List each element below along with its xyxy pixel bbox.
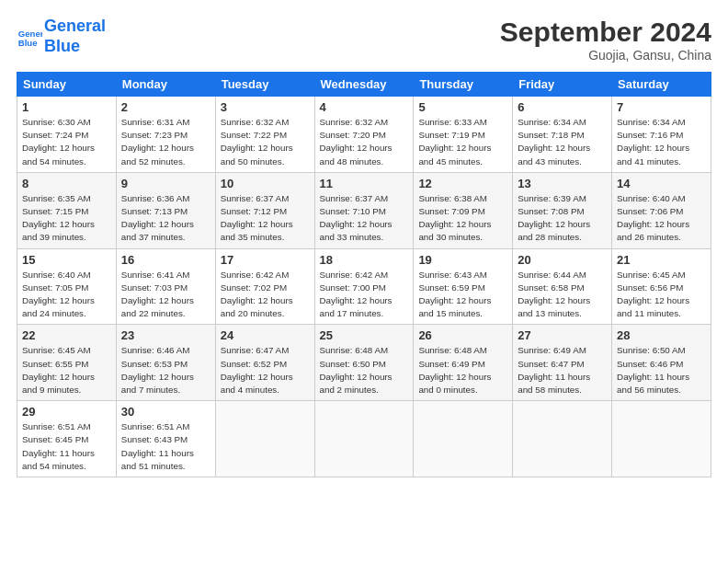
day-info: Sunrise: 6:37 AMSunset: 7:12 PMDaylight:… — [221, 192, 310, 245]
day-info: Sunrise: 6:40 AMSunset: 7:05 PMDaylight:… — [22, 269, 111, 321]
day-number: 7 — [617, 100, 706, 114]
calendar-row: 15 Sunrise: 6:40 AMSunset: 7:05 PMDaylig… — [17, 248, 711, 325]
calendar-cell: 23 Sunrise: 6:46 AMSunset: 6:53 PMDaylig… — [116, 325, 215, 401]
day-info: Sunrise: 6:40 AMSunset: 7:06 PMDaylight:… — [617, 192, 706, 245]
svg-text:Blue: Blue — [18, 37, 38, 47]
calendar-cell: 28 Sunrise: 6:50 AMSunset: 6:46 PMDaylig… — [612, 325, 711, 401]
day-number: 12 — [418, 177, 507, 190]
day-info: Sunrise: 6:37 AMSunset: 7:10 PMDaylight:… — [320, 192, 409, 245]
day-number: 18 — [320, 253, 409, 267]
col-monday: Monday — [116, 73, 215, 97]
day-info: Sunrise: 6:47 AMSunset: 6:52 PMDaylight:… — [221, 344, 310, 396]
day-info: Sunrise: 6:33 AMSunset: 7:19 PMDaylight:… — [418, 116, 507, 168]
calendar-cell: 3 Sunrise: 6:32 AMSunset: 7:22 PMDayligh… — [215, 97, 314, 173]
logo-icon: General Blue — [17, 24, 42, 50]
calendar-cell: 4 Sunrise: 6:32 AMSunset: 7:20 PMDayligh… — [314, 97, 414, 173]
day-info: Sunrise: 6:43 AMSunset: 6:59 PMDaylight:… — [418, 269, 507, 321]
calendar-cell: 2 Sunrise: 6:31 AMSunset: 7:23 PMDayligh… — [116, 97, 215, 173]
title-block: September 2024 Guojia, Gansu, China — [500, 17, 711, 63]
calendar-cell — [513, 401, 612, 477]
calendar-cell: 10 Sunrise: 6:37 AMSunset: 7:12 PMDaylig… — [215, 172, 314, 248]
calendar-cell: 5 Sunrise: 6:33 AMSunset: 7:19 PMDayligh… — [414, 97, 513, 173]
day-number: 16 — [121, 253, 210, 267]
calendar-cell: 27 Sunrise: 6:49 AMSunset: 6:47 PMDaylig… — [513, 325, 612, 401]
day-number: 4 — [320, 100, 409, 114]
day-info: Sunrise: 6:30 AMSunset: 7:24 PMDaylight:… — [22, 116, 111, 168]
day-info: Sunrise: 6:31 AMSunset: 7:23 PMDaylight:… — [121, 116, 210, 168]
calendar-cell: 29 Sunrise: 6:51 AMSunset: 6:45 PMDaylig… — [17, 401, 117, 477]
day-number: 29 — [22, 405, 111, 419]
calendar-cell: 17 Sunrise: 6:42 AMSunset: 7:02 PMDaylig… — [215, 248, 314, 325]
day-number: 2 — [121, 100, 210, 114]
calendar-cell: 1 Sunrise: 6:30 AMSunset: 7:24 PMDayligh… — [17, 97, 117, 173]
day-info: Sunrise: 6:46 AMSunset: 6:53 PMDaylight:… — [121, 344, 210, 396]
calendar-cell: 18 Sunrise: 6:42 AMSunset: 7:00 PMDaylig… — [314, 248, 414, 325]
calendar-cell: 9 Sunrise: 6:36 AMSunset: 7:13 PMDayligh… — [116, 172, 215, 248]
calendar-table: Sunday Monday Tuesday Wednesday Thursday… — [17, 72, 711, 477]
calendar-row: 22 Sunrise: 6:45 AMSunset: 6:55 PMDaylig… — [17, 325, 711, 401]
calendar-cell: 20 Sunrise: 6:44 AMSunset: 6:58 PMDaylig… — [513, 248, 612, 325]
day-number: 26 — [418, 328, 507, 342]
day-number: 21 — [617, 253, 706, 267]
day-info: Sunrise: 6:34 AMSunset: 7:18 PMDaylight:… — [518, 116, 607, 168]
day-number: 13 — [518, 177, 607, 190]
day-number: 10 — [221, 177, 310, 190]
calendar-cell: 6 Sunrise: 6:34 AMSunset: 7:18 PMDayligh… — [513, 97, 612, 173]
calendar-cell: 22 Sunrise: 6:45 AMSunset: 6:55 PMDaylig… — [17, 325, 117, 401]
day-number: 5 — [418, 100, 507, 114]
day-info: Sunrise: 6:35 AMSunset: 7:15 PMDaylight:… — [22, 192, 111, 245]
day-number: 11 — [320, 177, 409, 190]
day-number: 3 — [221, 100, 310, 114]
page: General Blue General Blue September 2024… — [0, 0, 728, 563]
calendar-cell: 13 Sunrise: 6:39 AMSunset: 7:08 PMDaylig… — [513, 172, 612, 248]
day-number: 20 — [518, 253, 607, 267]
calendar-row: 29 Sunrise: 6:51 AMSunset: 6:45 PMDaylig… — [17, 401, 711, 477]
location: Guojia, Gansu, China — [500, 48, 711, 63]
day-number: 1 — [22, 100, 111, 114]
day-number: 30 — [121, 405, 210, 419]
calendar-cell: 24 Sunrise: 6:47 AMSunset: 6:52 PMDaylig… — [215, 325, 314, 401]
day-number: 14 — [617, 177, 706, 190]
day-info: Sunrise: 6:51 AMSunset: 6:45 PMDaylight:… — [22, 420, 111, 473]
day-info: Sunrise: 6:36 AMSunset: 7:13 PMDaylight:… — [121, 192, 210, 245]
day-number: 8 — [22, 177, 111, 190]
logo-text: General Blue — [44, 17, 106, 56]
calendar-cell: 15 Sunrise: 6:40 AMSunset: 7:05 PMDaylig… — [17, 248, 117, 325]
day-info: Sunrise: 6:44 AMSunset: 6:58 PMDaylight:… — [518, 269, 607, 321]
calendar-cell: 21 Sunrise: 6:45 AMSunset: 6:56 PMDaylig… — [612, 248, 711, 325]
month-title: September 2024 — [500, 17, 711, 48]
calendar-cell — [612, 401, 711, 477]
day-info: Sunrise: 6:38 AMSunset: 7:09 PMDaylight:… — [418, 192, 507, 245]
calendar-cell — [215, 401, 314, 477]
day-number: 27 — [518, 328, 607, 342]
calendar-cell: 14 Sunrise: 6:40 AMSunset: 7:06 PMDaylig… — [612, 172, 711, 248]
day-number: 9 — [121, 177, 210, 190]
day-number: 6 — [518, 100, 607, 114]
day-info: Sunrise: 6:41 AMSunset: 7:03 PMDaylight:… — [121, 269, 210, 321]
calendar-cell — [314, 401, 414, 477]
day-info: Sunrise: 6:48 AMSunset: 6:50 PMDaylight:… — [320, 344, 409, 396]
day-number: 24 — [221, 328, 310, 342]
day-info: Sunrise: 6:32 AMSunset: 7:22 PMDaylight:… — [221, 116, 310, 168]
logo: General Blue General Blue — [17, 17, 106, 56]
day-number: 19 — [418, 253, 507, 267]
day-info: Sunrise: 6:42 AMSunset: 7:00 PMDaylight:… — [320, 269, 409, 321]
day-info: Sunrise: 6:50 AMSunset: 6:46 PMDaylight:… — [617, 344, 706, 396]
calendar-cell — [414, 401, 513, 477]
day-number: 22 — [22, 328, 111, 342]
day-number: 17 — [221, 253, 310, 267]
calendar-cell: 19 Sunrise: 6:43 AMSunset: 6:59 PMDaylig… — [414, 248, 513, 325]
day-info: Sunrise: 6:49 AMSunset: 6:47 PMDaylight:… — [518, 344, 607, 396]
calendar-cell: 16 Sunrise: 6:41 AMSunset: 7:03 PMDaylig… — [116, 248, 215, 325]
calendar-row: 1 Sunrise: 6:30 AMSunset: 7:24 PMDayligh… — [17, 97, 711, 173]
day-number: 23 — [121, 328, 210, 342]
calendar-row: 8 Sunrise: 6:35 AMSunset: 7:15 PMDayligh… — [17, 172, 711, 248]
day-number: 25 — [320, 328, 409, 342]
day-info: Sunrise: 6:34 AMSunset: 7:16 PMDaylight:… — [617, 116, 706, 168]
calendar-cell: 11 Sunrise: 6:37 AMSunset: 7:10 PMDaylig… — [314, 172, 414, 248]
col-friday: Friday — [513, 73, 612, 97]
day-info: Sunrise: 6:42 AMSunset: 7:02 PMDaylight:… — [221, 269, 310, 321]
calendar-cell: 25 Sunrise: 6:48 AMSunset: 6:50 PMDaylig… — [314, 325, 414, 401]
col-wednesday: Wednesday — [314, 73, 414, 97]
day-info: Sunrise: 6:45 AMSunset: 6:55 PMDaylight:… — [22, 344, 111, 396]
